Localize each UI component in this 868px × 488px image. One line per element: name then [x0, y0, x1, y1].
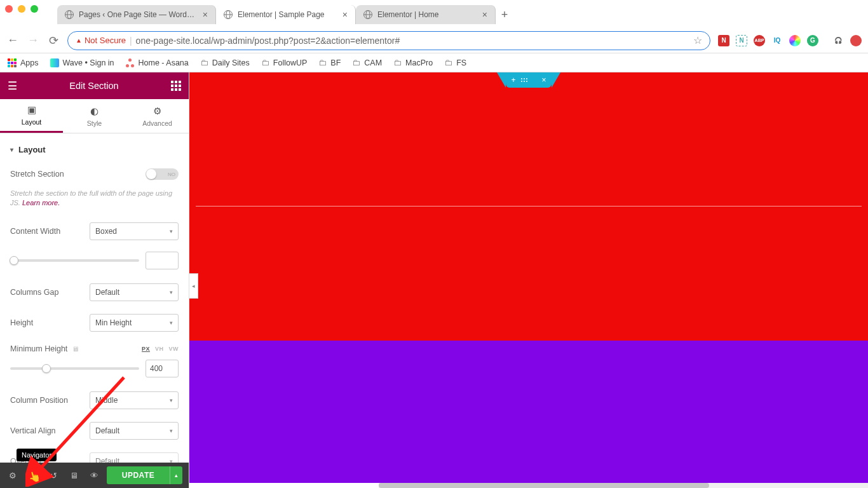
- control-column-position: Column Position Middle: [0, 385, 189, 416]
- tab-style[interactable]: ◐Style: [63, 99, 126, 133]
- section-1[interactable]: + ×: [189, 72, 868, 341]
- menu-icon[interactable]: ☰: [8, 79, 17, 93]
- nav-forward-icon[interactable]: →: [27, 34, 39, 47]
- panel-header: ☰ Edit Section: [0, 72, 189, 99]
- select-overflow[interactable]: Default: [90, 452, 179, 463]
- control-label: Content Width: [10, 227, 90, 236]
- bookmarks-bar: Apps Wave • Sign in Home - Asana 🗀Daily …: [0, 53, 868, 72]
- section-handle: + ×: [506, 72, 552, 88]
- folder-icon: 🗀: [261, 58, 269, 67]
- control-label: Column Position: [10, 396, 90, 405]
- width-value-input[interactable]: [146, 252, 179, 269]
- section-layout-toggle[interactable]: Layout: [0, 137, 189, 162]
- browser-tab-2[interactable]: Elementor | Home ×: [356, 5, 496, 24]
- ext-icon[interactable]: 🎧: [832, 35, 844, 46]
- bookmark-folder[interactable]: 🗀FollowUP: [261, 58, 308, 67]
- panel-title: Edit Section: [69, 81, 118, 91]
- address-bar[interactable]: Not Secure | one-page-site.local/wp-admi…: [67, 31, 710, 50]
- panel-body[interactable]: Layout Stretch Section NO Stretch the se…: [0, 133, 189, 463]
- bookmark-folder[interactable]: 🗀MacPro: [393, 58, 433, 67]
- divider: |: [130, 36, 132, 46]
- preview-icon[interactable]: 👁: [84, 463, 104, 488]
- width-slider[interactable]: [10, 259, 139, 262]
- wave-icon: [50, 58, 59, 67]
- window-minimize-icon[interactable]: [18, 5, 25, 13]
- globe-icon: [363, 10, 372, 19]
- control-description: Stretch the section to the full width of…: [0, 186, 189, 216]
- select-height[interactable]: Min Height: [90, 314, 179, 332]
- unit-switcher[interactable]: PX VH VW: [142, 346, 179, 352]
- browser-toolbar: ← → ⟳ Not Secure | one-page-site.local/w…: [0, 28, 868, 53]
- min-height-input[interactable]: [146, 360, 179, 377]
- slider-thumb[interactable]: [42, 364, 51, 373]
- scrollbar-thumb[interactable]: [379, 483, 709, 488]
- unit-vh[interactable]: VH: [155, 346, 164, 352]
- bookmark-folder[interactable]: 🗀BF: [318, 58, 341, 67]
- tab-title: Pages ‹ One Page Site — WordPress: [79, 10, 198, 19]
- unit-px[interactable]: PX: [142, 346, 150, 352]
- tab-advanced[interactable]: ⚙Advanced: [126, 99, 189, 133]
- min-height-slider[interactable]: [10, 367, 139, 370]
- update-button[interactable]: UPDATE: [107, 466, 170, 484]
- edit-section-icon[interactable]: [521, 78, 536, 82]
- control-label: Stretch Section: [10, 170, 146, 179]
- close-icon[interactable]: ×: [482, 10, 487, 20]
- settings-icon[interactable]: ⚙: [3, 463, 23, 488]
- tab-layout[interactable]: ▣Layout: [0, 99, 63, 133]
- control-min-height-slider: [0, 355, 189, 385]
- control-columns-gap: Columns Gap Default: [0, 277, 189, 308]
- bookmark-wave[interactable]: Wave • Sign in: [50, 58, 114, 67]
- new-tab-button[interactable]: +: [496, 6, 513, 24]
- bookmark-star-icon[interactable]: ☆: [693, 34, 702, 46]
- select-vertical-align[interactable]: Default: [90, 422, 179, 440]
- bookmark-folder[interactable]: 🗀Daily Sites: [200, 58, 250, 67]
- folder-icon: 🗀: [318, 58, 327, 67]
- history-icon[interactable]: ↺: [43, 463, 64, 488]
- unit-vw[interactable]: VW: [169, 346, 179, 352]
- slider-thumb[interactable]: [10, 256, 18, 265]
- browser-tab-0[interactable]: Pages ‹ One Page Site — WordPress ×: [57, 5, 216, 24]
- close-icon[interactable]: ×: [203, 10, 208, 20]
- ext-abp-icon[interactable]: ABP: [754, 35, 765, 46]
- control-stretch-section: Stretch Section NO: [0, 162, 189, 186]
- horizontal-scrollbar[interactable]: [379, 483, 868, 488]
- update-options-icon[interactable]: ▴: [170, 466, 182, 484]
- style-icon: ◐: [90, 105, 98, 117]
- section-2[interactable]: [189, 341, 868, 483]
- desktop-icon[interactable]: 🖥: [72, 345, 79, 353]
- ext-icon[interactable]: [789, 35, 801, 46]
- browser-tab-strip: Pages ‹ One Page Site — WordPress × Elem…: [57, 5, 868, 24]
- ext-icon[interactable]: [850, 35, 862, 46]
- toggle-stretch[interactable]: NO: [146, 168, 179, 180]
- browser-tab-1[interactable]: Elementor | Sample Page ×: [216, 5, 356, 24]
- panel-collapse-icon[interactable]: ◂: [189, 273, 198, 299]
- bookmark-folder[interactable]: 🗀CAM: [352, 58, 382, 67]
- learn-more-link[interactable]: Learn more.: [22, 199, 60, 207]
- control-label: Columns Gap: [10, 288, 90, 297]
- window-zoom-icon[interactable]: [31, 5, 38, 13]
- folder-icon: 🗀: [352, 58, 360, 67]
- select-content-width[interactable]: Boxed: [90, 222, 179, 240]
- apps-button[interactable]: Apps: [8, 58, 39, 67]
- select-columns-gap[interactable]: Default: [90, 283, 179, 301]
- widgets-grid-icon[interactable]: [171, 81, 181, 91]
- editor-canvas[interactable]: + ×: [189, 72, 868, 488]
- ext-icon[interactable]: N: [718, 35, 729, 46]
- security-warning[interactable]: Not Secure: [76, 36, 126, 45]
- bookmark-asana[interactable]: Home - Asana: [126, 58, 189, 67]
- responsive-icon[interactable]: 🖥: [64, 463, 84, 488]
- nav-back-icon[interactable]: ←: [6, 34, 19, 47]
- tab-title: Elementor | Sample Page: [238, 10, 337, 19]
- close-icon[interactable]: ×: [342, 10, 348, 20]
- add-section-icon[interactable]: +: [506, 76, 521, 85]
- ext-icon[interactable]: IQ: [771, 35, 783, 46]
- bookmark-folder[interactable]: 🗀FS: [444, 58, 466, 67]
- ext-grammarly-icon[interactable]: G: [807, 35, 818, 46]
- control-label: Minimum Height 🖥: [10, 344, 142, 353]
- nav-reload-icon[interactable]: ⟳: [47, 34, 60, 48]
- layout-icon: ▣: [27, 104, 36, 116]
- ext-icon[interactable]: N: [736, 35, 747, 46]
- delete-section-icon[interactable]: ×: [536, 76, 552, 85]
- window-close-icon[interactable]: [5, 5, 13, 13]
- select-column-position[interactable]: Middle: [90, 391, 179, 409]
